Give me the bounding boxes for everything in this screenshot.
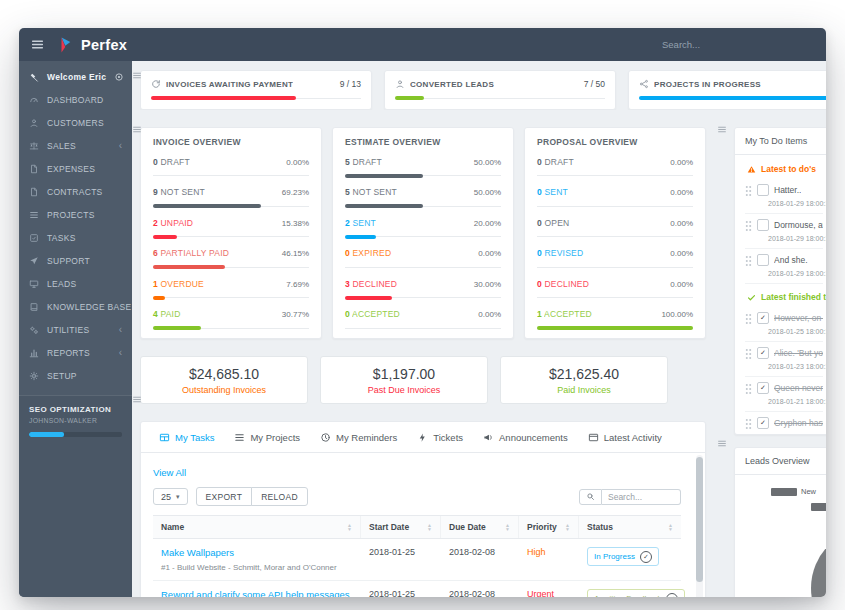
sidebar-item-welcome[interactable]: Welcome Eric	[19, 65, 132, 88]
sidebar-item-projects[interactable]: PROJECTS	[19, 203, 132, 226]
table-search-input[interactable]	[602, 489, 681, 505]
task-start-date: 2018-01-25	[361, 539, 441, 565]
overview-bar	[153, 235, 177, 239]
stat-cards-row: INVOICES AWAITING PAYMENT 9 / 13 CONVERT…	[140, 70, 826, 110]
table-row[interactable]: Reword and clarify some API help message…	[153, 581, 681, 597]
page-size-select[interactable]: 25 ▾	[153, 488, 188, 505]
sidebar-label: EXPENSES	[47, 164, 95, 174]
scrollbar-thumb[interactable]	[696, 457, 703, 582]
drag-handle-icon[interactable]	[132, 395, 142, 404]
drag-handle-icon[interactable]	[717, 125, 727, 134]
tab-tickets[interactable]: Tickets	[407, 432, 473, 443]
tasks-icon	[29, 233, 39, 243]
drag-handle-icon[interactable]	[132, 125, 142, 134]
amount: $21,625.40	[505, 366, 663, 382]
sidebar-item-customers[interactable]: CUSTOMERS	[19, 111, 132, 134]
overview-bar	[345, 204, 423, 208]
sort-icon[interactable]: ▲▼	[347, 523, 352, 531]
drag-dots-icon[interactable]	[745, 313, 752, 324]
chevron-left-icon: ‹	[119, 349, 122, 357]
menu-toggle-icon[interactable]	[31, 38, 44, 51]
caret-down-icon: ▾	[176, 493, 180, 501]
global-search-input[interactable]	[660, 38, 774, 51]
status-label: In Progress	[594, 552, 635, 561]
sidebar-project-summary[interactable]: SEO OPTIMIZATION JOHNSON-WALKER	[19, 395, 132, 597]
overview-bar	[153, 204, 261, 208]
column-header-name[interactable]: Name▲▼	[153, 516, 361, 538]
drag-dots-icon[interactable]	[745, 185, 752, 196]
task-name-link[interactable]: Make Wallpapers	[161, 547, 353, 558]
setup-icon	[29, 371, 39, 381]
tab-announcements[interactable]: Announcements	[473, 432, 578, 443]
brand[interactable]: Perfex	[59, 36, 127, 54]
tab-my-projects[interactable]: My Projects	[224, 432, 310, 443]
sidebar-item-reports[interactable]: REPORTS ‹	[19, 341, 132, 364]
sidebar-item-expenses[interactable]: EXPENSES	[19, 157, 132, 180]
sort-icon[interactable]: ▲▼	[427, 523, 432, 531]
past-due-invoices-box[interactable]: $1,197.00 Past Due Invoices	[320, 356, 488, 404]
sidebar-label: REPORTS	[47, 348, 90, 358]
table-row[interactable]: Make Wallpapers #1 - Build Website - Sch…	[153, 539, 681, 581]
stat-label: PROJECTS IN PROGRESS	[654, 80, 761, 89]
drag-dots-icon[interactable]	[745, 418, 752, 429]
overview-item: 0 DRAFT0.00%	[153, 147, 309, 178]
todo-checkbox-checked[interactable]: ✓	[757, 347, 769, 359]
sort-icon[interactable]: ▲▼	[565, 523, 570, 531]
tab-my-reminders[interactable]: My Reminders	[310, 432, 407, 443]
todo-checkbox-checked[interactable]: ✓	[757, 382, 769, 394]
todo-checkbox[interactable]	[757, 184, 769, 196]
overview-item: 0 EXPIRED0.00%	[345, 239, 501, 270]
tasks-widget: My Tasks My Projects My Reminders	[140, 421, 706, 597]
customize-target-icon[interactable]	[114, 72, 124, 82]
export-button[interactable]: EXPORT	[196, 487, 253, 506]
sidebar-item-leads[interactable]: LEADS	[19, 272, 132, 295]
overview-item: 2 SENT20.00%	[345, 208, 501, 239]
tab-my-tasks[interactable]: My Tasks	[149, 432, 224, 443]
amount-label: Past Due Invoices	[325, 385, 483, 395]
sidebar-item-support[interactable]: SUPPORT	[19, 249, 132, 272]
task-name-link[interactable]: Reword and clarify some API help message…	[161, 589, 353, 597]
sidebar-label: LEADS	[47, 279, 76, 289]
outstanding-invoices-box[interactable]: $24,685.10 Outstanding Invoices	[140, 356, 308, 404]
sort-icon[interactable]: ▲▼	[668, 523, 673, 531]
column-header-status[interactable]: Status▲▼	[579, 516, 681, 538]
column-header-due-date[interactable]: Due Date▲▼	[441, 516, 519, 538]
drag-dots-icon[interactable]	[745, 255, 752, 266]
sidebar-item-contracts[interactable]: CONTRACTS	[19, 180, 132, 203]
overview-item: 2 UNPAID15.38%	[153, 208, 309, 239]
paid-invoices-box[interactable]: $21,625.40 Paid Invoices	[500, 356, 668, 404]
todo-checkbox-checked[interactable]: ✓	[757, 312, 769, 324]
todo-checkbox-checked[interactable]: ✓	[757, 417, 769, 429]
column-header-priority[interactable]: Priority▲▼	[519, 516, 579, 538]
drag-dots-icon[interactable]	[745, 220, 752, 231]
bolt-icon	[417, 432, 428, 443]
todo-time: 2018-01-29 18:00:15	[768, 270, 823, 277]
mark-complete-icon[interactable]: ✓	[640, 551, 652, 563]
view-all-link[interactable]: View All	[153, 467, 186, 478]
drag-handle-icon[interactable]	[132, 71, 142, 80]
sidebar-item-knowledge-base[interactable]: KNOWLEDGE BASE	[19, 295, 132, 318]
stat-card-converted-leads[interactable]: CONVERTED LEADS 7 / 50	[384, 70, 616, 110]
sidebar-item-tasks[interactable]: TASKS	[19, 226, 132, 249]
mark-complete-icon[interactable]: ✓	[666, 593, 678, 597]
sort-icon[interactable]: ▲▼	[505, 523, 510, 531]
sidebar-item-utilities[interactable]: UTILITIES ‹	[19, 318, 132, 341]
drag-dots-icon[interactable]	[745, 383, 752, 394]
sidebar-item-setup[interactable]: SETUP	[19, 364, 132, 387]
amount-label: Outstanding Invoices	[145, 385, 303, 395]
todo-checkbox[interactable]	[757, 219, 769, 231]
column-header-start-date[interactable]: Start Date▲▼	[361, 516, 441, 538]
sidebar-item-sales[interactable]: SALES ‹	[19, 134, 132, 157]
status-badge[interactable]: In Progress ✓	[587, 547, 659, 566]
sidebar-label: TASKS	[47, 233, 76, 243]
stat-card-invoices-awaiting-payment[interactable]: INVOICES AWAITING PAYMENT 9 / 13	[140, 70, 372, 110]
todo-checkbox[interactable]	[757, 254, 769, 266]
reload-button[interactable]: RELOAD	[251, 487, 308, 506]
sidebar-item-dashboard[interactable]: DASHBOARD	[19, 88, 132, 111]
scrollbar-track[interactable]	[696, 455, 703, 597]
status-badge[interactable]: Awaiting Feedback ✓	[587, 589, 685, 597]
drag-dots-icon[interactable]	[745, 348, 752, 359]
stat-card-projects-in-progress[interactable]: PROJECTS IN PROGRESS 4 / 4	[628, 70, 826, 110]
drag-handle-icon[interactable]	[717, 439, 727, 448]
tab-latest-activity[interactable]: Latest Activity	[578, 432, 672, 443]
